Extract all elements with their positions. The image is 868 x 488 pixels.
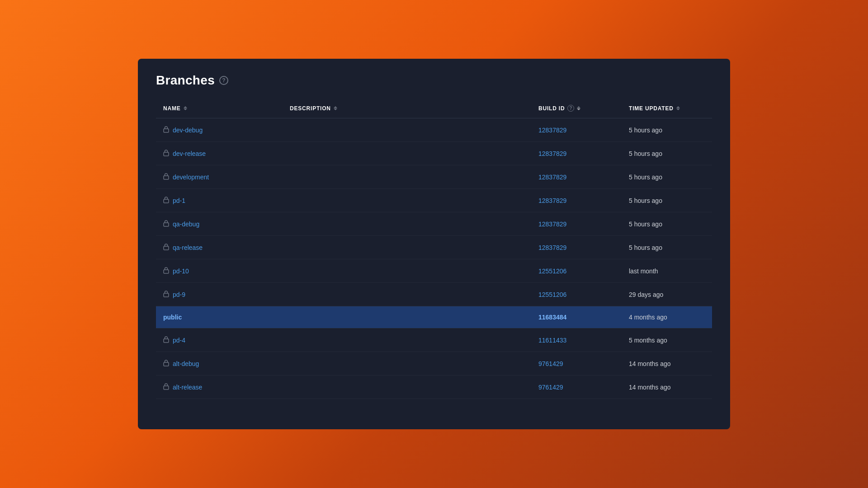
cell-time-updated: 5 hours ago bbox=[622, 236, 712, 259]
cell-time-updated: 5 hours ago bbox=[622, 212, 712, 236]
lock-icon bbox=[163, 267, 169, 275]
build-id-link[interactable]: 12837829 bbox=[538, 174, 566, 181]
cell-name: pd-4 bbox=[156, 328, 283, 352]
cell-description bbox=[283, 165, 531, 189]
table-row[interactable]: alt-release976142914 months ago bbox=[156, 375, 712, 399]
cell-description bbox=[283, 375, 531, 399]
cell-name: alt-release bbox=[156, 375, 283, 399]
cell-description bbox=[283, 142, 531, 165]
branch-name-link[interactable]: alt-release bbox=[173, 384, 202, 391]
cell-description bbox=[283, 236, 531, 259]
cell-description bbox=[283, 212, 531, 236]
table-row[interactable]: qa-release128378295 hours ago bbox=[156, 236, 712, 259]
table-row[interactable]: public116834844 months ago bbox=[156, 306, 712, 328]
cell-name: pd-1 bbox=[156, 189, 283, 212]
build-id-link[interactable]: 12837829 bbox=[538, 221, 566, 228]
branch-name-link[interactable]: qa-release bbox=[173, 244, 203, 251]
cell-build-id: 9761429 bbox=[531, 375, 622, 399]
branches-table: NAME DESCRIPTION bbox=[156, 99, 712, 399]
table-row[interactable]: pd-4116114335 months ago bbox=[156, 328, 712, 352]
cell-description bbox=[283, 189, 531, 212]
cell-description bbox=[283, 283, 531, 306]
cell-build-id: 12837829 bbox=[531, 118, 622, 142]
table-row[interactable]: alt-debug976142914 months ago bbox=[156, 352, 712, 375]
table-row[interactable]: dev-release128378295 hours ago bbox=[156, 142, 712, 165]
cell-build-id: 11611433 bbox=[531, 328, 622, 352]
lock-icon bbox=[163, 196, 169, 205]
table-row[interactable]: dev-debug128378295 hours ago bbox=[156, 118, 712, 142]
page-title: Branches bbox=[156, 73, 215, 88]
col-header-name[interactable]: NAME bbox=[156, 99, 283, 118]
branch-name-link[interactable]: pd-1 bbox=[173, 197, 185, 204]
cell-build-id: 12551206 bbox=[531, 259, 622, 283]
svg-rect-8 bbox=[164, 339, 169, 343]
svg-rect-9 bbox=[164, 362, 169, 366]
cell-build-id: 12837829 bbox=[531, 189, 622, 212]
svg-rect-2 bbox=[164, 176, 169, 179]
build-id-link[interactable]: 9761429 bbox=[538, 384, 563, 391]
branch-name-link[interactable]: development bbox=[173, 174, 209, 181]
cell-name: qa-release bbox=[156, 236, 283, 259]
svg-rect-0 bbox=[164, 129, 169, 132]
cell-time-updated: 5 months ago bbox=[622, 328, 712, 352]
branch-name-link[interactable]: alt-debug bbox=[173, 360, 199, 367]
build-id-link[interactable]: 12837829 bbox=[538, 197, 566, 204]
lock-icon bbox=[163, 220, 169, 228]
branch-name-link[interactable]: pd-9 bbox=[173, 291, 185, 298]
cell-name: development bbox=[156, 165, 283, 189]
cell-build-id: 12837829 bbox=[531, 212, 622, 236]
panel-header: Branches ? bbox=[156, 73, 712, 88]
svg-rect-7 bbox=[164, 293, 169, 297]
build-id-link[interactable]: 12551206 bbox=[538, 291, 566, 298]
branch-name-link[interactable]: public bbox=[163, 314, 182, 321]
cell-description bbox=[283, 328, 531, 352]
table-header-row: NAME DESCRIPTION bbox=[156, 99, 712, 118]
branch-name-link[interactable]: dev-debug bbox=[173, 127, 203, 134]
cell-build-id: 9761429 bbox=[531, 352, 622, 375]
sort-icon-name bbox=[184, 106, 187, 110]
branches-panel: Branches ? NAME DESCRIPTION bbox=[138, 59, 730, 429]
build-id-link[interactable]: 9761429 bbox=[538, 360, 563, 367]
build-id-link[interactable]: 12837829 bbox=[538, 127, 566, 134]
cell-name: public bbox=[156, 306, 283, 328]
cell-build-id: 11683484 bbox=[531, 306, 622, 328]
lock-icon bbox=[163, 383, 169, 391]
col-header-description[interactable]: DESCRIPTION bbox=[283, 99, 531, 118]
branch-name-link[interactable]: dev-release bbox=[173, 150, 206, 157]
lock-icon bbox=[163, 336, 169, 344]
sort-icon-time-updated bbox=[676, 106, 680, 110]
branch-name-link[interactable]: pd-10 bbox=[173, 267, 189, 275]
build-id-link[interactable]: 11611433 bbox=[538, 337, 566, 344]
table-row[interactable]: pd-91255120629 days ago bbox=[156, 283, 712, 306]
cell-description bbox=[283, 306, 531, 328]
branch-name-link[interactable]: pd-4 bbox=[173, 337, 185, 344]
build-id-link[interactable]: 12837829 bbox=[538, 244, 566, 251]
cell-time-updated: 14 months ago bbox=[622, 375, 712, 399]
title-help-icon[interactable]: ? bbox=[219, 76, 228, 85]
table-row[interactable]: pd-1012551206last month bbox=[156, 259, 712, 283]
table-row[interactable]: pd-1128378295 hours ago bbox=[156, 189, 712, 212]
table-row[interactable]: development128378295 hours ago bbox=[156, 165, 712, 189]
branch-name-link[interactable]: qa-debug bbox=[173, 221, 199, 228]
cell-description bbox=[283, 118, 531, 142]
svg-rect-6 bbox=[164, 270, 169, 273]
col-header-time-updated[interactable]: TIME UPDATED bbox=[622, 99, 712, 118]
cell-name: dev-release bbox=[156, 142, 283, 165]
build-id-link[interactable]: 12551206 bbox=[538, 267, 566, 275]
cell-time-updated: 5 hours ago bbox=[622, 165, 712, 189]
lock-icon bbox=[163, 126, 169, 134]
lock-icon bbox=[163, 173, 169, 181]
col-header-build-id[interactable]: BUILD ID ? bbox=[531, 99, 622, 118]
svg-rect-5 bbox=[164, 246, 169, 250]
build-id-link[interactable]: 11683484 bbox=[538, 314, 566, 321]
table-row[interactable]: qa-debug128378295 hours ago bbox=[156, 212, 712, 236]
cell-description bbox=[283, 259, 531, 283]
svg-rect-10 bbox=[164, 386, 169, 389]
lock-icon bbox=[163, 359, 169, 368]
cell-build-id: 12551206 bbox=[531, 283, 622, 306]
build-id-link[interactable]: 12837829 bbox=[538, 150, 566, 157]
build-id-help-icon[interactable]: ? bbox=[567, 105, 574, 112]
lock-icon bbox=[163, 243, 169, 252]
sort-icon-build-id bbox=[577, 106, 580, 110]
cell-time-updated: 5 hours ago bbox=[622, 118, 712, 142]
